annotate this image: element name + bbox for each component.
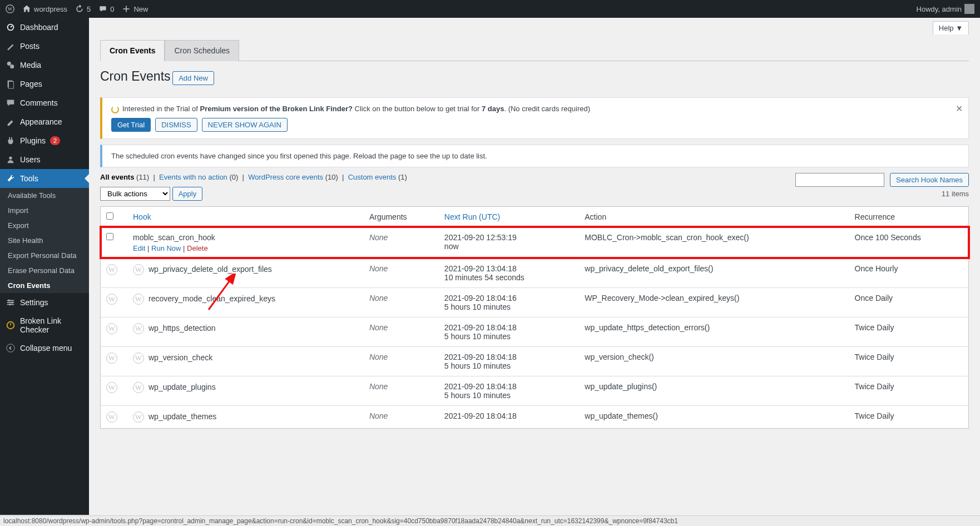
apply-button[interactable]: Apply xyxy=(172,187,203,201)
delete-link[interactable]: Delete xyxy=(187,244,208,252)
sub-site-health[interactable]: Site Health xyxy=(0,233,89,248)
next-run-rel: 5 hours 10 minutes xyxy=(444,302,573,311)
col-next-run[interactable]: Next Run (UTC) xyxy=(444,212,500,221)
collapse-menu[interactable]: Collapse menu xyxy=(0,339,89,358)
sub-export[interactable]: Export xyxy=(0,218,89,233)
recurrence-value: Twice Daily xyxy=(849,317,969,346)
edit-link[interactable]: Edit xyxy=(133,244,145,252)
search-input[interactable] xyxy=(795,173,884,187)
search-button[interactable]: Search Hook Names xyxy=(890,173,969,187)
menu-settings[interactable]: Settings xyxy=(0,293,89,312)
filter-custom[interactable]: Custom events xyxy=(348,173,397,181)
site-home[interactable]: wordpress xyxy=(22,4,67,13)
never-show-button[interactable]: NEVER SHOW AGAIN xyxy=(202,118,288,132)
event-filters: Search Hook Names All events (11) | Even… xyxy=(100,173,969,181)
hook-name: wp_https_detection xyxy=(149,323,216,332)
col-arguments: Arguments xyxy=(364,206,439,227)
action-value: wp_update_plugins() xyxy=(579,376,849,405)
plugins-badge: 2 xyxy=(50,136,60,145)
menu-tools[interactable]: Tools xyxy=(0,169,89,188)
svg-point-3 xyxy=(7,62,11,66)
filter-no-action[interactable]: Events with no action xyxy=(159,173,227,181)
menu-comments[interactable]: Comments xyxy=(0,93,89,112)
svg-point-4 xyxy=(10,64,14,68)
items-count: 11 items xyxy=(942,190,969,198)
wordpress-icon: W xyxy=(133,353,144,364)
wordpress-icon: W xyxy=(106,294,117,305)
admin-sidebar: Dashboard Posts Media Pages Comments App… xyxy=(0,18,89,515)
avatar xyxy=(964,4,974,14)
bulk-actions-select[interactable]: Bulk actions xyxy=(100,187,170,201)
tab-cron-schedules[interactable]: Cron Schedules xyxy=(165,40,239,61)
next-run-ts: 2021-09-20 18:04:16 xyxy=(444,294,573,302)
svg-rect-6 xyxy=(8,82,13,89)
wordpress-icon: W xyxy=(133,294,144,305)
page-tabs: Cron Events Cron Schedules xyxy=(100,40,969,61)
new-content[interactable]: New xyxy=(122,4,148,13)
action-value: WP_Recovery_Mode->clean_expired_keys() xyxy=(579,287,849,317)
filter-all[interactable]: All events xyxy=(100,173,134,181)
menu-media[interactable]: Media xyxy=(0,56,89,75)
page-title: Cron Events xyxy=(100,69,171,84)
menu-dashboard[interactable]: Dashboard xyxy=(0,18,89,37)
hook-name: wp_update_themes xyxy=(149,411,216,420)
next-run-rel: 5 hours 10 minutes xyxy=(444,391,573,400)
recurrence-value: Twice Daily xyxy=(849,405,969,428)
tab-cron-events[interactable]: Cron Events xyxy=(100,40,165,61)
wordpress-icon: W xyxy=(106,382,117,393)
dismiss-button[interactable]: DISMISS xyxy=(155,118,197,132)
menu-appearance[interactable]: Appearance xyxy=(0,112,89,131)
sub-erase-personal[interactable]: Erase Personal Data xyxy=(0,263,89,278)
next-run-rel: 10 minutes 54 seconds xyxy=(444,273,573,282)
menu-users[interactable]: Users xyxy=(0,150,89,169)
get-trial-button[interactable]: Get Trial xyxy=(111,118,151,132)
sub-cron-events[interactable]: Cron Events xyxy=(0,278,89,293)
next-run-ts: 2021-09-20 18:04:18 xyxy=(444,323,573,332)
table-row: W Wwp_privacy_delete_old_export_files No… xyxy=(101,258,969,287)
hook-name: wp_version_check xyxy=(149,353,212,361)
wordpress-icon: W xyxy=(133,264,144,275)
wordpress-icon: W xyxy=(133,411,144,423)
filter-core[interactable]: WordPress core events xyxy=(248,173,323,181)
menu-posts[interactable]: Posts xyxy=(0,37,89,56)
svg-point-7 xyxy=(9,157,12,160)
comments-count[interactable]: 0 xyxy=(98,4,114,13)
sub-import[interactable]: Import xyxy=(0,203,89,218)
wordpress-icon: W xyxy=(106,264,117,275)
next-run-ts: 2021-09-20 12:53:19 xyxy=(444,233,573,242)
table-row: W Wrecovery_mode_clean_expired_keys None… xyxy=(101,287,969,317)
table-row: W Wwp_update_plugins None 2021-09-20 18:… xyxy=(101,376,969,405)
svg-point-13 xyxy=(9,304,11,306)
arguments-value: None xyxy=(369,233,388,242)
select-all-checkbox[interactable] xyxy=(106,212,113,220)
row-checkbox[interactable] xyxy=(106,233,113,240)
menu-plugins[interactable]: Plugins2 xyxy=(0,131,89,150)
hook-name: wp_privacy_delete_old_export_files xyxy=(149,264,272,273)
recurrence-value: Once 100 Seconds xyxy=(849,227,969,258)
wordpress-icon: W xyxy=(106,411,117,423)
menu-pages[interactable]: Pages xyxy=(0,75,89,93)
admin-bar: W wordpress 5 0 New Howdy, admin xyxy=(0,0,980,18)
run-now-link[interactable]: Run Now xyxy=(151,244,181,252)
col-hook[interactable]: Hook xyxy=(133,212,151,221)
wordpress-icon: W xyxy=(106,353,117,364)
help-tab[interactable]: Help ▼ xyxy=(933,21,969,34)
table-row: W Wwp_version_check None 2021-09-20 18:0… xyxy=(101,346,969,376)
arguments-value: None xyxy=(369,323,388,332)
arguments-value: None xyxy=(369,294,388,302)
sub-export-personal[interactable]: Export Personal Data xyxy=(0,248,89,263)
next-run-rel: now xyxy=(444,242,573,251)
add-new-button[interactable]: Add New xyxy=(172,71,214,85)
wordpress-icon: W xyxy=(133,382,144,393)
wp-logo[interactable]: W xyxy=(6,4,14,13)
updates[interactable]: 5 xyxy=(75,4,91,13)
my-account[interactable]: Howdy, admin xyxy=(917,4,974,14)
action-value: wp_privacy_delete_old_export_files() xyxy=(579,258,849,287)
arguments-value: None xyxy=(369,411,388,420)
sub-available-tools[interactable]: Available Tools xyxy=(0,188,89,203)
close-icon[interactable]: ✕ xyxy=(956,103,963,114)
action-value: wp_version_check() xyxy=(579,346,849,376)
wordpress-icon: W xyxy=(106,323,117,334)
next-run-ts: 2021-09-20 18:04:18 xyxy=(444,411,573,420)
menu-broken-link[interactable]: Broken Link Checker xyxy=(0,312,89,339)
